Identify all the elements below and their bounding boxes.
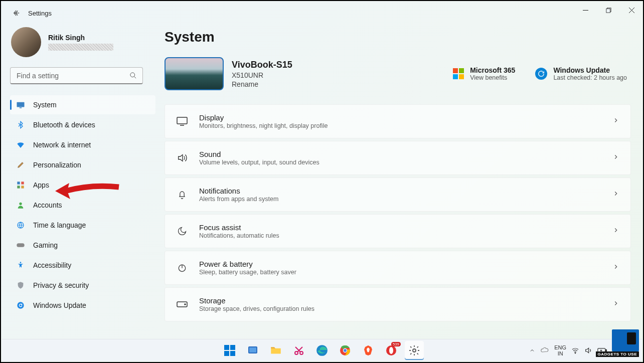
device-model: X510UNR [232,71,292,79]
svg-point-17 [185,304,186,305]
badge-count: 539 [391,342,401,346]
gamepad-icon [16,241,25,250]
wifi-tray-icon[interactable] [571,346,579,354]
language-indicator[interactable]: ENGIN [554,344,566,356]
gear-icon [408,344,420,356]
card-title: Focus assist [199,223,601,232]
search-wrap [10,67,143,84]
svg-point-22 [316,345,328,356]
globe-icon [16,221,25,230]
sidebar-item-personalization[interactable]: Personalization [10,155,155,174]
volume-tray-icon[interactable] [584,346,592,354]
card-title: Power & battery [199,260,601,268]
sidebar-item-system[interactable]: System [10,95,155,114]
device-wallpaper-thumb[interactable] [165,57,224,90]
onedrive-icon[interactable] [540,346,549,355]
maximize-icon [606,8,611,13]
card-subtitle: Sleep, battery usage, battery saver [199,269,601,276]
windows-update-icon [535,68,547,80]
profile-name: Ritik Singh [48,34,113,42]
card-subtitle: Volume levels, output, input, sound devi… [199,159,601,166]
sidebar-item-accounts[interactable]: Accounts [10,196,155,215]
settings-card-focus-assist[interactable]: Focus assistNotifications, automatic rul… [165,214,631,248]
card-title: Storage [199,296,601,305]
sidebar-item-accessibility[interactable]: Accessibility [10,256,155,275]
sidebar-item-privacy-security[interactable]: Privacy & security [10,276,155,295]
settings-card-storage[interactable]: StorageStorage space, drives, configurat… [165,287,631,321]
window-controls [574,1,643,19]
taskbar-file-explorer[interactable] [266,341,285,360]
sidebar-item-windows-update[interactable]: Windows Update [10,296,155,315]
sidebar-item-label: Bluetooth & devices [33,121,95,129]
chevron-right-icon [612,190,619,199]
moon-icon [176,225,188,237]
sidebar: Ritik Singh SystemBluetooth & devicesNet… [10,25,155,340]
taskbar-settings[interactable] [405,341,424,360]
minimize-button[interactable] [574,1,597,19]
wu-sub: Last checked: 2 hours ago [553,74,627,81]
wifi-icon [16,140,25,149]
svg-rect-19 [249,347,256,352]
sidebar-item-gaming[interactable]: Gaming [10,236,155,255]
card-title: Sound [199,150,601,158]
svg-point-25 [344,349,347,352]
quicklink-windows-update[interactable]: Windows Update Last checked: 2 hours ago [535,66,627,81]
search-input[interactable] [10,67,143,84]
card-subtitle: Notifications, automatic rules [199,232,601,239]
bell-icon [176,189,188,201]
card-title: Display [199,113,601,122]
sidebar-item-label: Accounts [33,201,62,209]
avatar [11,27,41,57]
sound-icon [176,152,188,164]
svg-rect-5 [17,182,20,184]
svg-rect-14 [177,117,187,124]
ms365-sub: View benefits [470,74,515,81]
taskbar-center: 539 [220,341,424,360]
search-icon [129,72,137,79]
sidebar-item-apps[interactable]: Apps [10,175,155,195]
settings-card-power-battery[interactable]: Power & batterySleep, battery usage, bat… [165,251,631,285]
sidebar-nav: SystemBluetooth & devicesNetwork & inter… [10,95,155,315]
app-title: Settings [28,10,52,17]
brave-icon [362,344,374,356]
sidebar-item-bluetooth-devices[interactable]: Bluetooth & devices [10,115,155,134]
maximize-button[interactable] [597,1,620,19]
taskbar-start-button[interactable] [220,341,239,360]
taskbar-chrome[interactable] [336,341,355,360]
chevron-right-icon [612,117,619,126]
svg-rect-11 [17,243,24,247]
folder-icon [269,344,282,357]
svg-rect-6 [21,182,24,184]
chevron-right-icon [612,227,619,236]
power-icon [176,262,188,274]
close-button[interactable] [620,1,643,19]
titlebar: Settings [1,1,643,25]
profile-email-redacted [48,44,113,51]
quicklink-ms365[interactable]: Microsoft 365 View benefits [453,66,515,81]
chrome-icon [339,344,351,356]
svg-point-12 [20,262,22,263]
settings-card-notifications[interactable]: NotificationsAlerts from apps and system [165,177,631,212]
card-subtitle: Storage space, drives, configuration rul… [199,305,601,312]
storage-icon [176,298,188,310]
taskbar-edge[interactable] [312,341,332,360]
device-rename-link[interactable]: Rename [232,80,292,88]
svg-rect-4 [20,107,22,108]
person-icon [16,201,25,210]
profile-block[interactable]: Ritik Singh [10,25,155,67]
sidebar-item-label: Personalization [33,161,81,169]
minimize-icon [583,8,588,13]
back-button[interactable] [6,3,27,23]
taskbar-taskview[interactable] [243,341,262,360]
sidebar-item-time-language[interactable]: Time & language [10,216,155,235]
sidebar-item-network-internet[interactable]: Network & internet [10,135,155,154]
taskbar-brave[interactable] [359,341,378,360]
svg-point-27 [389,347,393,354]
taskbar-opera[interactable]: 539 [382,341,401,360]
settings-card-display[interactable]: DisplayMonitors, brightness, night light… [165,104,631,138]
settings-card-sound[interactable]: SoundVolume levels, output, input, sound… [165,141,631,175]
taskbar-snip[interactable] [289,341,308,360]
chevron-right-icon [612,300,619,309]
tray-chevron-icon[interactable] [529,347,535,353]
main-pane: System VivoBook-S15 X510UNR Rename Micro… [155,25,643,340]
